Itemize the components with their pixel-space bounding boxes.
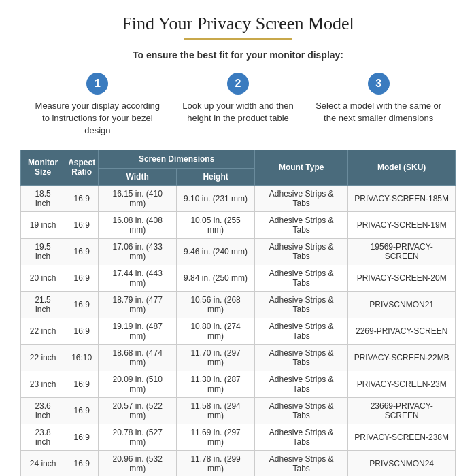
- table-cell: 11.69 in. (297 mm): [177, 424, 255, 450]
- table-cell: 11.70 in. (297 mm): [177, 344, 255, 371]
- table-cell: 18.79 in. (477 mm): [99, 291, 177, 318]
- table-cell: Adhesive Strips & Tabs: [255, 265, 348, 291]
- table-cell: 16:9: [65, 291, 99, 318]
- table-cell: 16:9: [65, 371, 99, 397]
- table-cell: 16:9: [65, 450, 99, 476]
- table-cell: 16:9: [65, 397, 99, 424]
- table-cell: 9.46 in. (240 mm): [177, 238, 255, 265]
- table-cell: 18.68 in. (474 mm): [99, 344, 177, 371]
- table-row: 23.8 inch16:920.78 in. (527 mm)11.69 in.…: [21, 424, 456, 450]
- table-cell: 16:9: [65, 318, 99, 344]
- table-cell: PRIVACY-SCREEN-22MB: [348, 344, 456, 371]
- col-header-height: Height: [177, 168, 255, 185]
- table-row: 22 inch16:1018.68 in. (474 mm)11.70 in. …: [21, 344, 456, 371]
- table-cell: 16:9: [65, 211, 99, 238]
- table-cell: 19 inch: [21, 211, 65, 238]
- table-cell: 16:10: [65, 344, 99, 371]
- table-cell: 23669-PRIVACY-SCREEN: [348, 397, 456, 424]
- table-cell: 16:9: [65, 185, 99, 211]
- table-row: 21.5 inch16:918.79 in. (477 mm)10.56 in.…: [21, 291, 456, 318]
- table-cell: 19.5 inch: [21, 238, 65, 265]
- table-cell: 20.57 in. (522 mm): [99, 397, 177, 424]
- table-cell: PRIVACY-SCREEN-20M: [348, 265, 456, 291]
- table-cell: 23.6 inch: [21, 397, 65, 424]
- table-cell: 23 inch: [21, 371, 65, 397]
- step-1: 1 Measure your display according to inst…: [34, 73, 160, 137]
- table-row: 19 inch16:916.08 in. (408 mm)10.05 in. (…: [21, 211, 456, 238]
- step-2: 2 Look up your width and then height in …: [175, 73, 301, 137]
- table-cell: Adhesive Strips & Tabs: [255, 185, 348, 211]
- step-3-circle: 3: [368, 73, 390, 95]
- table-cell: 20.09 in. (510 mm): [99, 371, 177, 397]
- table-cell: Adhesive Strips & Tabs: [255, 318, 348, 344]
- table-cell: 19569-PRIVACY-SCREEN: [348, 238, 456, 265]
- table-cell: 10.56 in. (268 mm): [177, 291, 255, 318]
- col-header-mount-type: Mount Type: [255, 150, 348, 185]
- col-header-monitor-size: MonitorSize: [21, 150, 65, 185]
- table-row: 20 inch16:917.44 in. (443 mm)9.84 in. (2…: [21, 265, 456, 291]
- table-cell: 9.84 in. (250 mm): [177, 265, 255, 291]
- table-cell: 16:9: [65, 424, 99, 450]
- table-cell: PRIVACY-SCREEN-19M: [348, 211, 456, 238]
- table-cell: PRIVACY-SCREEN-185M: [348, 185, 456, 211]
- product-table: MonitorSize AspectRatio Screen Dimension…: [20, 150, 456, 476]
- table-cell: 22 inch: [21, 318, 65, 344]
- table-cell: 17.44 in. (443 mm): [99, 265, 177, 291]
- table-cell: Adhesive Strips & Tabs: [255, 424, 348, 450]
- table-cell: 2269-PRIVACY-SCREEN: [348, 318, 456, 344]
- table-cell: 24 inch: [21, 450, 65, 476]
- table-cell: 21.5 inch: [21, 291, 65, 318]
- table-cell: Adhesive Strips & Tabs: [255, 211, 348, 238]
- table-cell: PRIVSCNMON24: [348, 450, 456, 476]
- table-cell: 16.08 in. (408 mm): [99, 211, 177, 238]
- col-header-aspect-ratio: AspectRatio: [65, 150, 99, 185]
- table-cell: 11.78 in. (299 mm): [177, 450, 255, 476]
- table-cell: 23.8 inch: [21, 424, 65, 450]
- title-divider: [184, 38, 292, 40]
- table-cell: 16.15 in. (410 mm): [99, 185, 177, 211]
- col-header-model-sku: Model (SKU): [348, 150, 456, 185]
- table-cell: Adhesive Strips & Tabs: [255, 371, 348, 397]
- table-row: 23.6 inch16:920.57 in. (522 mm)11.58 in.…: [21, 397, 456, 424]
- table-cell: 11.58 in. (294 mm): [177, 397, 255, 424]
- table-row: 22 inch16:919.19 in. (487 mm)10.80 in. (…: [21, 318, 456, 344]
- subtitle: To ensure the best fit for your monitor …: [20, 50, 456, 61]
- table-cell: 22 inch: [21, 344, 65, 371]
- table-cell: 10.80 in. (274 mm): [177, 318, 255, 344]
- table-cell: 18.5 inch: [21, 185, 65, 211]
- table-cell: PRIVACY-SCREEN-238M: [348, 424, 456, 450]
- table-cell: 10.05 in. (255 mm): [177, 211, 255, 238]
- table-cell: 16:9: [65, 265, 99, 291]
- table-row: 23 inch16:920.09 in. (510 mm)11.30 in. (…: [21, 371, 456, 397]
- step-2-text: Look up your width and then height in th…: [175, 100, 301, 124]
- col-header-screen-dimensions: Screen Dimensions: [99, 150, 255, 168]
- step-3: 3 Select a model with the same or the ne…: [316, 73, 442, 137]
- table-cell: 11.30 in. (287 mm): [177, 371, 255, 397]
- step-2-circle: 2: [227, 73, 249, 95]
- steps-container: 1 Measure your display according to inst…: [20, 73, 456, 137]
- table-cell: Adhesive Strips & Tabs: [255, 238, 348, 265]
- table-cell: 17.06 in. (433 mm): [99, 238, 177, 265]
- table-cell: Adhesive Strips & Tabs: [255, 291, 348, 318]
- col-header-width: Width: [99, 168, 177, 185]
- table-cell: Adhesive Strips & Tabs: [255, 397, 348, 424]
- table-cell: PRIVSCNMON21: [348, 291, 456, 318]
- step-1-circle: 1: [86, 73, 108, 95]
- table-cell: PRIVACY-SCREEN-23M: [348, 371, 456, 397]
- table-cell: 20 inch: [21, 265, 65, 291]
- table-cell: 19.19 in. (487 mm): [99, 318, 177, 344]
- table-row: 19.5 inch16:917.06 in. (433 mm)9.46 in. …: [21, 238, 456, 265]
- table-cell: 20.96 in. (532 mm): [99, 450, 177, 476]
- table-cell: Adhesive Strips & Tabs: [255, 450, 348, 476]
- table-cell: 16:9: [65, 238, 99, 265]
- table-row: 24 inch16:920.96 in. (532 mm)11.78 in. (…: [21, 450, 456, 476]
- table-cell: 20.78 in. (527 mm): [99, 424, 177, 450]
- page-title: Find Your Privacy Screen Model: [20, 14, 456, 34]
- table-row: 18.5 inch16:916.15 in. (410 mm)9.10 in. …: [21, 185, 456, 211]
- step-3-text: Select a model with the same or the next…: [316, 100, 442, 124]
- table-cell: 9.10 in. (231 mm): [177, 185, 255, 211]
- step-1-text: Measure your display according to instru…: [34, 100, 160, 137]
- table-cell: Adhesive Strips & Tabs: [255, 344, 348, 371]
